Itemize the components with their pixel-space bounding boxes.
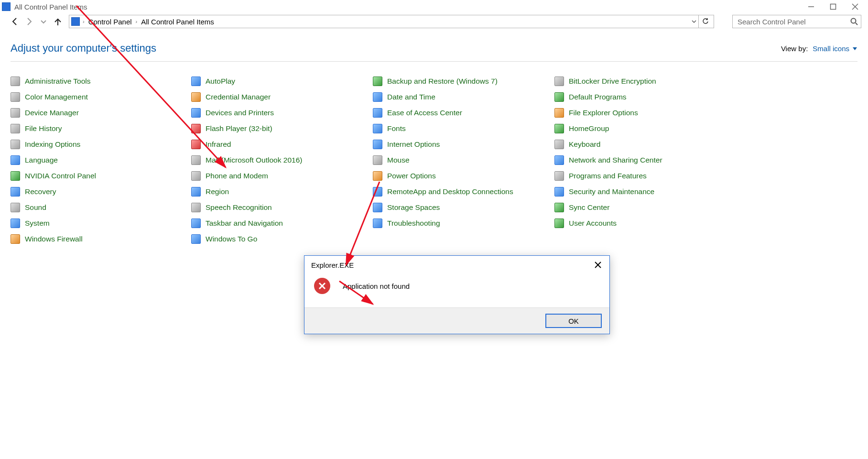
applet-label: Device Manager [25,109,79,117]
applet-label: Keyboard [569,140,600,149]
control-panel-item[interactable]: Backup and Restore (Windows 7) [373,73,554,89]
control-panel-item[interactable]: Devices and Printers [191,105,373,120]
dialog-close-button[interactable] [590,258,606,272]
control-panel-item[interactable]: Phone and Modem [191,168,373,184]
applet-icon [11,234,20,244]
applet-label: BitLocker Drive Encryption [569,77,656,86]
control-panel-item[interactable]: Mail (Microsoft Outlook 2016) [191,152,373,168]
applet-label: Administrative Tools [25,77,91,86]
ok-button[interactable]: OK [545,314,602,328]
back-button[interactable] [9,15,21,28]
control-panel-item[interactable]: Windows To Go [191,231,373,247]
control-panel-item[interactable]: Region [191,184,373,199]
control-panel-item[interactable]: File Explorer Options [554,105,736,120]
control-panel-item[interactable]: Storage Spaces [373,199,554,215]
control-panel-item[interactable]: Windows Firewall [11,231,191,247]
page-title: Adjust your computer's settings [11,42,156,55]
applet-label: File Explorer Options [569,109,638,117]
grid-column: Backup and Restore (Windows 7)Date and T… [373,73,554,247]
applet-label: AutoPlay [206,77,235,86]
control-panel-item[interactable]: Power Options [373,168,554,184]
control-panel-item[interactable]: Sound [11,199,191,215]
minimize-button[interactable] [800,0,822,13]
control-panel-item[interactable]: System [11,215,191,231]
control-panel-item[interactable]: Device Manager [11,105,191,120]
applet-icon [554,203,564,212]
applet-icon [554,140,564,149]
control-panel-item[interactable]: User Accounts [554,215,736,231]
control-panel-item[interactable]: Programs and Features [554,168,736,184]
control-panel-item[interactable]: File History [11,120,191,136]
applet-icon [373,108,382,118]
control-panel-item[interactable]: Ease of Access Center [373,105,554,120]
control-panel-item[interactable]: AutoPlay [191,73,373,89]
control-panel-item[interactable]: NVIDIA Control Panel [11,168,191,184]
control-panel-item[interactable]: BitLocker Drive Encryption [554,73,736,89]
applet-label: Default Programs [569,93,627,101]
maximize-button[interactable] [822,0,844,13]
error-dialog: Explorer.EXE Application not found OK [304,255,610,334]
control-panel-item[interactable]: Flash Player (32-bit) [191,120,373,136]
dialog-message: Application not found [343,282,410,290]
applet-label: Security and Maintenance [569,187,654,196]
control-panel-item[interactable]: Color Management [11,89,191,105]
breadcrumb-root[interactable]: Control Panel [86,18,135,26]
recent-locations-button[interactable] [37,15,50,28]
control-panel-item[interactable]: Mouse [373,152,554,168]
applet-icon [11,124,20,133]
header-row: Adjust your computer's settings View by:… [11,42,857,55]
control-panel-item[interactable]: Recovery [11,184,191,199]
search-placeholder: Search Control Panel [738,18,806,26]
applet-label: Speech Recognition [206,203,272,212]
close-button[interactable] [844,0,866,13]
control-panel-item[interactable]: Credential Manager [191,89,373,105]
address-bar[interactable]: › Control Panel › All Control Panel Item… [69,15,714,28]
applet-label: Color Management [25,93,88,101]
control-panel-item[interactable]: Taskbar and Navigation [191,215,373,231]
refresh-button[interactable] [698,15,712,28]
search-input[interactable]: Search Control Panel [732,15,861,28]
applet-label: Infrared [206,140,231,149]
control-panel-item[interactable]: Keyboard [554,136,736,152]
viewby-dropdown[interactable]: Small icons [813,44,857,53]
divider [11,61,857,62]
viewby-value: Small icons [813,44,849,53]
control-panel-item[interactable]: Security and Maintenance [554,184,736,199]
control-panel-item-grid: Administrative ToolsColor ManagementDevi… [11,73,857,247]
applet-icon [191,124,201,133]
control-panel-item[interactable]: Troubleshooting [373,215,554,231]
applet-icon [373,219,382,228]
applet-icon [373,203,382,212]
control-panel-item[interactable]: Date and Time [373,89,554,105]
dialog-titlebar[interactable]: Explorer.EXE [304,256,609,274]
chevron-right-icon: › [135,19,139,24]
control-panel-item[interactable]: RemoteApp and Desktop Connections [373,184,554,199]
control-panel-item[interactable]: Default Programs [554,89,736,105]
viewby-label: View by: [781,44,808,53]
control-panel-item[interactable]: Network and Sharing Center [554,152,736,168]
applet-label: Flash Player (32-bit) [206,124,272,133]
applet-label: Phone and Modem [206,172,268,180]
control-panel-item[interactable]: Administrative Tools [11,73,191,89]
control-panel-item[interactable]: Infrared [191,136,373,152]
applet-label: Sound [25,203,46,212]
control-panel-item[interactable]: Sync Center [554,199,736,215]
applet-icon [554,76,564,86]
control-panel-item[interactable]: Internet Options [373,136,554,152]
arrow-left-icon [11,17,19,26]
forward-button[interactable] [23,15,35,28]
control-panel-item[interactable]: Speech Recognition [191,199,373,215]
applet-icon [11,171,20,181]
applet-label: File History [25,124,62,133]
control-panel-item[interactable]: Language [11,152,191,168]
navigation-bar: › Control Panel › All Control Panel Item… [0,13,868,30]
applet-icon [373,76,382,86]
breadcrumb-current[interactable]: All Control Panel Items [138,18,217,26]
applet-label: Devices and Printers [206,109,274,117]
control-panel-item[interactable]: Fonts [373,120,554,136]
address-dropdown[interactable] [690,18,698,26]
dialog-footer: OK [304,308,609,334]
control-panel-item[interactable]: Indexing Options [11,136,191,152]
up-button[interactable] [52,15,64,28]
control-panel-item[interactable]: HomeGroup [554,120,736,136]
